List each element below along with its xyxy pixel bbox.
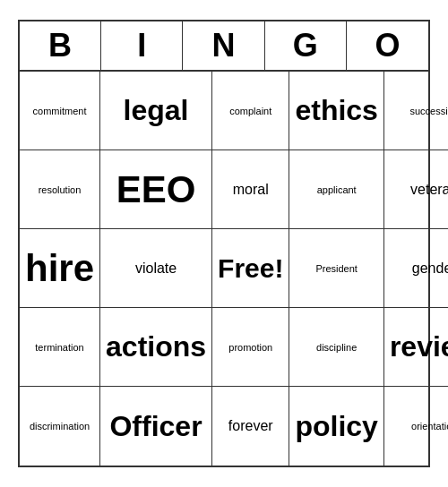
cell-text: ethics bbox=[295, 94, 377, 127]
cell-text: promotion bbox=[228, 342, 272, 353]
bingo-cell: discipline bbox=[289, 308, 383, 387]
header-letter: G bbox=[265, 21, 347, 70]
bingo-cell: hire bbox=[20, 229, 100, 308]
cell-text: discrimination bbox=[30, 421, 90, 431]
bingo-card: BINGO commitmentlegalcomplaintethicssucc… bbox=[18, 20, 430, 467]
header-letter: N bbox=[183, 21, 264, 70]
bingo-cell: policy bbox=[289, 387, 383, 466]
bingo-cell: orientation bbox=[384, 387, 448, 466]
bingo-cell: forever bbox=[212, 387, 289, 466]
bingo-cell: moral bbox=[212, 150, 289, 229]
cell-text: succession bbox=[410, 106, 449, 116]
cell-text: termination bbox=[35, 342, 83, 353]
cell-text: forever bbox=[228, 418, 273, 434]
bingo-cell: succession bbox=[384, 72, 448, 150]
bingo-cell: Free! bbox=[212, 229, 289, 308]
cell-text: resolution bbox=[39, 184, 82, 195]
bingo-cell: President bbox=[289, 229, 383, 308]
cell-text: applicant bbox=[317, 184, 357, 195]
cell-text: commitment bbox=[33, 106, 87, 116]
bingo-cell: EEO bbox=[100, 150, 212, 229]
bingo-cell: ethics bbox=[289, 72, 383, 150]
bingo-cell: termination bbox=[20, 308, 100, 387]
bingo-cell: violate bbox=[100, 229, 212, 308]
bingo-cell: Officer bbox=[100, 387, 212, 466]
bingo-cell: applicant bbox=[289, 150, 383, 229]
cell-text: President bbox=[315, 263, 357, 274]
bingo-cell: complaint bbox=[212, 72, 289, 150]
cell-text: discipline bbox=[316, 342, 357, 353]
cell-text: complaint bbox=[229, 106, 271, 116]
bingo-cell: commitment bbox=[20, 72, 100, 150]
cell-text: policy bbox=[295, 410, 377, 443]
cell-text: violate bbox=[135, 261, 177, 277]
bingo-cell: discrimination bbox=[20, 387, 100, 466]
cell-text: Officer bbox=[109, 410, 202, 443]
bingo-grid: commitmentlegalcomplaintethicssuccession… bbox=[20, 72, 428, 466]
bingo-cell: promotion bbox=[212, 308, 289, 387]
cell-text: gender bbox=[412, 261, 448, 277]
cell-text: EEO bbox=[116, 168, 196, 211]
cell-text: legal bbox=[124, 94, 189, 127]
bingo-cell: legal bbox=[100, 72, 212, 150]
header-letter: I bbox=[101, 21, 183, 70]
header-letter: B bbox=[20, 21, 101, 70]
header-letter: O bbox=[347, 21, 428, 70]
bingo-cell: veteran bbox=[384, 150, 448, 229]
bingo-cell: gender bbox=[384, 229, 448, 308]
cell-text: actions bbox=[106, 330, 206, 363]
cell-text: veteran bbox=[410, 182, 448, 198]
cell-text: Free! bbox=[218, 253, 283, 284]
bingo-cell: review bbox=[384, 308, 448, 387]
bingo-header: BINGO bbox=[20, 21, 428, 72]
bingo-cell: resolution bbox=[20, 150, 100, 229]
cell-text: hire bbox=[25, 247, 94, 290]
bingo-cell: actions bbox=[100, 308, 212, 387]
cell-text: moral bbox=[233, 182, 269, 198]
cell-text: orientation bbox=[411, 421, 448, 431]
cell-text: review bbox=[390, 330, 448, 363]
